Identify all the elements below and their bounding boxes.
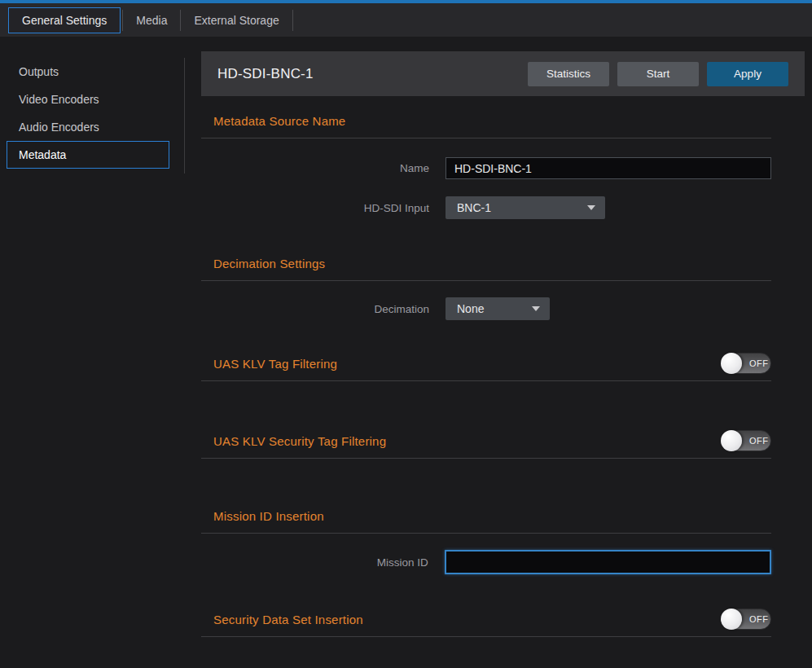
decimation-label: Decimation <box>201 303 429 315</box>
dropdown-value: None <box>457 302 484 315</box>
section-title: UAS KLV Security Tag Filtering <box>213 434 386 448</box>
dropdown-value: BNC-1 <box>457 201 491 214</box>
section-title: Metadata Source Name <box>213 114 345 128</box>
page-title: HD-SDI-BNC-1 <box>217 66 314 82</box>
main-panel: HD-SDI-BNC-1 Statistics Start Apply Meta… <box>201 37 812 668</box>
hdsdi-input-dropdown[interactable]: BNC-1 <box>446 196 605 219</box>
toggle-state-label: OFF <box>749 436 769 446</box>
sidebar-item-metadata[interactable]: Metadata <box>7 141 169 169</box>
section-uas-klv-security-tag-filtering: UAS KLV Security Tag Filtering OFF <box>201 430 771 459</box>
toggle-knob-icon <box>721 609 742 630</box>
start-button[interactable]: Start <box>617 62 699 86</box>
name-label: Name <box>201 162 429 174</box>
hdsdi-input-label: HD-SDI Input <box>201 202 429 214</box>
toggle-state-label: OFF <box>749 358 769 368</box>
chevron-down-icon <box>532 306 540 311</box>
sidebar-item-video-encoders[interactable]: Video Encoders <box>7 86 169 113</box>
tab-bar: General Settings Media External Storage <box>0 3 812 37</box>
uas-klv-tag-filtering-toggle[interactable]: OFF <box>721 353 771 374</box>
mission-id-row: Mission ID <box>201 550 771 574</box>
section-title: Mission ID Insertion <box>213 509 324 523</box>
name-row: Name <box>201 157 771 179</box>
section-metadata-source-name: Metadata Source Name <box>201 114 771 138</box>
chevron-down-icon <box>587 205 595 210</box>
section-title: Decimation Settings <box>213 257 325 270</box>
hdsdi-input-row: HD-SDI Input BNC-1 <box>201 196 771 219</box>
section-title: UAS KLV Tag Filtering <box>213 357 337 371</box>
page-layout: Outputs Video Encoders Audio Encoders Me… <box>0 37 812 668</box>
statistics-button[interactable]: Statistics <box>528 62 609 86</box>
name-input[interactable] <box>446 157 771 179</box>
tab-separator <box>122 10 123 31</box>
settings-content: Metadata Source Name Name HD-SDI Input B… <box>201 114 771 637</box>
security-data-set-insertion-toggle[interactable]: OFF <box>721 609 771 630</box>
sidebar: Outputs Video Encoders Audio Encoders Me… <box>0 37 201 668</box>
section-decimation-settings: Decimation Settings <box>201 257 771 281</box>
decimation-row: Decimation None <box>201 297 771 320</box>
section-uas-klv-tag-filtering: UAS KLV Tag Filtering OFF <box>201 353 771 381</box>
sidebar-item-audio-encoders[interactable]: Audio Encoders <box>7 113 169 141</box>
tab-media[interactable]: Media <box>125 7 178 33</box>
decimation-dropdown[interactable]: None <box>446 297 550 320</box>
sidebar-item-outputs[interactable]: Outputs <box>7 58 169 86</box>
tab-separator <box>180 10 181 31</box>
mission-id-input[interactable] <box>445 550 771 574</box>
tab-separator <box>292 10 293 31</box>
section-security-data-set-insertion: Security Data Set Insertion OFF <box>201 609 771 637</box>
mission-id-label: Mission ID <box>201 556 428 569</box>
uas-klv-security-tag-filtering-toggle[interactable]: OFF <box>721 430 771 451</box>
tab-general-settings[interactable]: General Settings <box>8 7 121 33</box>
section-mission-id-insertion: Mission ID Insertion <box>201 509 771 534</box>
toggle-state-label: OFF <box>749 614 769 624</box>
toggle-knob-icon <box>721 353 742 374</box>
header-actions: Statistics Start Apply <box>528 62 788 86</box>
toggle-knob-icon <box>721 430 742 451</box>
tab-external-storage[interactable]: External Storage <box>182 7 290 33</box>
section-title: Security Data Set Insertion <box>213 613 363 626</box>
panel-header: HD-SDI-BNC-1 Statistics Start Apply <box>201 51 805 96</box>
apply-button[interactable]: Apply <box>707 62 788 86</box>
sidebar-nav: Outputs Video Encoders Audio Encoders Me… <box>0 58 185 174</box>
